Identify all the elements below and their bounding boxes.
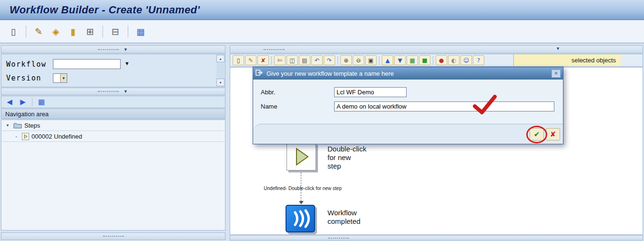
tree-node-undefined-step[interactable]: · 000002 Undefined	[1, 131, 225, 142]
fit-view-icon[interactable]: ▣	[365, 55, 377, 65]
confirm-icon[interactable]: ✔	[530, 128, 544, 141]
status-half-icon[interactable]: ◐	[448, 55, 460, 65]
agent-icon[interactable]: ☺	[460, 55, 472, 65]
back-icon[interactable]: ◀	[3, 97, 16, 107]
splitter-grip[interactable]	[103, 236, 124, 237]
splitter-grip[interactable]	[98, 49, 119, 50]
flow-connector-arrowhead	[299, 201, 304, 204]
navigation-toolbar: ◀ ▶ ▦	[1, 96, 225, 108]
scroll-down-icon[interactable]: ▼	[216, 79, 225, 86]
sap-workflow-builder-window: Workflow Builder - Create 'Unnamed' ▯✎◈▮…	[0, 0, 644, 241]
model-toolbar: ▯✎✘✄◫▤↶↷⊕⊖▣▲▼▦■●◐☺? selected objects	[230, 54, 643, 67]
close-icon[interactable]: ×	[552, 70, 561, 78]
page-title: Workflow Builder - Create 'Unnamed'	[10, 4, 200, 16]
splitter-grip[interactable]	[328, 238, 349, 239]
table-view-icon[interactable]: ▦	[133, 24, 148, 39]
version-select[interactable]: ▼	[53, 73, 67, 83]
dialog-titlebar[interactable]: Give your new workflow template a name h…	[253, 67, 563, 80]
display-change-icon[interactable]: ✎	[31, 24, 46, 39]
workflow-completed-label: Workflow completed	[327, 209, 360, 226]
workflow-dropdown-icon[interactable]: ▼	[124, 60, 130, 66]
overview-icon[interactable]: ▦	[35, 97, 48, 107]
workflow-completed-line2: completed	[327, 217, 360, 226]
abbr-row: Abbr.	[253, 87, 563, 98]
status-red-icon[interactable]: ●	[436, 55, 447, 65]
abbr-label: Abbr.	[261, 89, 275, 96]
abbr-input[interactable]	[334, 87, 407, 97]
copy-icon[interactable]: ◫	[286, 55, 298, 65]
collapse-down-icon[interactable]: ▼	[123, 47, 129, 52]
splitter-grip[interactable]	[264, 49, 285, 50]
help-icon[interactable]: ?	[473, 55, 484, 65]
expander-icon[interactable]: ▾	[4, 123, 11, 128]
delete-step-icon[interactable]: ✘	[257, 55, 269, 65]
toolbar-separator	[128, 25, 128, 38]
new-step-label: Double-click for new step	[327, 145, 367, 171]
zoom-in-icon[interactable]: ⊕	[340, 55, 352, 65]
splitter-grip[interactable]	[98, 91, 119, 92]
paste-icon[interactable]: ▤	[299, 55, 310, 65]
workflow-input[interactable]	[53, 59, 121, 69]
edit-step-icon[interactable]: ✎	[245, 55, 256, 65]
tree-node-label: Steps	[24, 122, 40, 129]
toolbar-separator	[32, 98, 32, 106]
toolbar-separator	[26, 25, 26, 38]
version-field-label: Version	[6, 74, 41, 82]
right-top-splitter[interactable]: ▼	[230, 45, 643, 53]
worklist-icon[interactable]: ⊞	[83, 24, 97, 39]
cut-icon[interactable]: ✄	[274, 55, 286, 65]
undo-icon[interactable]: ↶	[311, 55, 323, 65]
left-scrollbar[interactable]: ▲ ▼	[216, 55, 225, 86]
toolbar-separator	[102, 25, 103, 38]
step-icon	[22, 133, 29, 140]
redo-icon[interactable]: ↷	[324, 55, 335, 65]
workflow-completed-icon[interactable]	[286, 205, 315, 232]
toolbar-separator	[379, 56, 379, 65]
window-titlebar: Workflow Builder - Create 'Unnamed'	[0, 0, 644, 20]
dialog-footer: ✔ ✘	[253, 124, 563, 144]
move-down-icon[interactable]: ▼	[394, 55, 406, 65]
name-row: Name	[253, 101, 563, 112]
cancel-icon[interactable]: ✘	[546, 128, 560, 141]
tree-node-steps[interactable]: ▾ Steps	[1, 120, 225, 131]
new-step-icon[interactable]: ▯	[233, 55, 244, 65]
tree-bullet: ·	[13, 132, 20, 140]
folder-icon	[13, 122, 22, 129]
toolbar-separator	[271, 56, 272, 65]
syntax-check-icon[interactable]: ▮	[66, 24, 80, 39]
new-step-placeholder-icon[interactable]	[286, 143, 316, 171]
selected-objects-box[interactable]: selected objects	[513, 54, 621, 66]
scroll-up-icon[interactable]: ▲	[216, 55, 225, 62]
name-input[interactable]	[334, 101, 554, 111]
align-grid-icon[interactable]: ▦	[407, 55, 418, 65]
move-up-icon[interactable]: ▲	[382, 55, 393, 65]
dialog-title: Give your new workflow template a name h…	[266, 70, 552, 77]
main-toolbar: ▯✎◈▮⊞⊟▦	[0, 20, 644, 44]
dialog-icon	[256, 70, 263, 77]
new-step-label-line3: step	[327, 162, 367, 171]
new-step-label-line1: Double-click	[327, 145, 367, 153]
workflow-field-label: Workflow	[6, 60, 46, 69]
collapse-down-icon[interactable]: ▼	[123, 89, 129, 94]
right-bottom-splitter[interactable]	[230, 235, 643, 241]
version-dropdown-icon[interactable]: ▼	[60, 74, 67, 82]
tree-node-label: 000002 Undefined	[31, 133, 82, 140]
forward-icon[interactable]: ▶	[17, 97, 29, 107]
workflow-name-dialog: Give your new workflow template a name h…	[253, 67, 563, 144]
collapse-down-icon[interactable]: ▼	[555, 46, 561, 51]
print-icon[interactable]: ⊟	[108, 24, 123, 39]
selected-objects-label: selected objects	[572, 57, 616, 64]
workflow-selection-area: Workflow ▼ Version ▼ ▲ ▼	[1, 54, 225, 87]
workflow-completed-line1: Workflow	[327, 209, 360, 217]
create-workflow-icon[interactable]: ▯	[6, 24, 20, 39]
navigation-area-header: Navigation area	[1, 109, 225, 119]
model-toolbar-icons: ▯✎✘✄◫▤↶↷⊕⊖▣▲▼▦■●◐☺?	[232, 55, 485, 65]
left-top-splitter[interactable]: ▼	[1, 45, 225, 53]
toolbar-separator	[337, 56, 338, 65]
zoom-out-icon[interactable]: ⊖	[353, 55, 364, 65]
left-bottom-splitter[interactable]	[1, 232, 225, 240]
workflow-structure-icon[interactable]: ◈	[49, 24, 63, 39]
left-middle-splitter[interactable]: ▼	[1, 88, 225, 95]
navigation-tree: ▾ Steps · 000002 Undefined	[1, 120, 225, 231]
insert-block-icon[interactable]: ■	[419, 55, 430, 65]
